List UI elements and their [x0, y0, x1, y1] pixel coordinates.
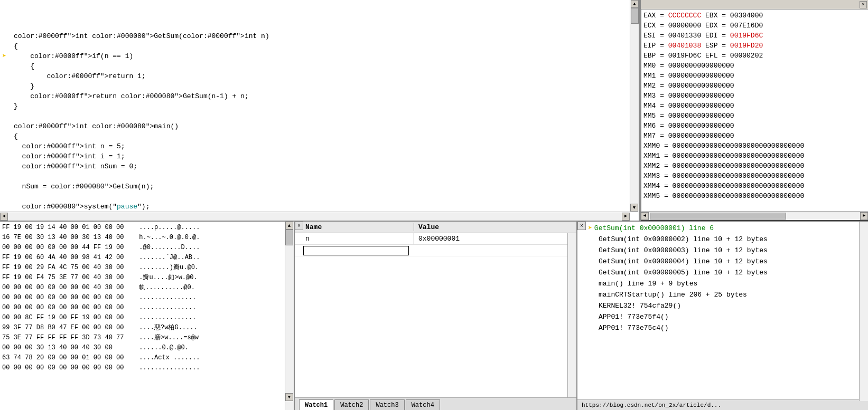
watch-close-btn[interactable]: ×: [295, 222, 303, 230]
callstack-line-text: KERNEL32! 754cfa29(): [588, 300, 681, 311]
registers-panel[interactable]: EAX = CCCCCCCC EBX = 00304000ECX = 00000…: [641, 9, 868, 211]
register-line: XMM4 = 00000000000000000000000000000000: [643, 181, 866, 191]
watch-row-name: n: [303, 233, 414, 244]
code-line-text: {: [14, 41, 18, 51]
callstack-line: GetSum(int 0x00000005) line 10 + 12 byte…: [588, 267, 866, 278]
register-line: MM5 = 0000000000000000: [643, 111, 866, 121]
watch-tab-watch2[interactable]: Watch2: [334, 399, 369, 410]
memory-line: 00 00 00 30 13 40 00 40 30 00 ......0.@.…: [2, 343, 283, 353]
code-line: color:#000080">system("pause");: [2, 202, 628, 212]
watch-header: NameValue: [295, 222, 576, 233]
code-line-text: {: [14, 131, 18, 141]
memory-line: 63 74 78 20 00 00 00 01 00 00 00 ....Act…: [2, 353, 283, 363]
code-panel[interactable]: color:#0000ff">int color:#000080">GetSum…: [0, 0, 640, 221]
code-line-text: color:#0000ff">int color:#000080">GetSum…: [14, 31, 269, 41]
code-scroll-right[interactable]: ►: [622, 213, 630, 221]
code-content: color:#0000ff">int color:#000080">GetSum…: [0, 0, 639, 221]
memory-line: FF 19 00 19 14 40 00 01 00 00 00 ....p..…: [2, 223, 283, 233]
register-line: XMM2 = 00000000000000000000000000000000: [643, 161, 866, 171]
memory-line: 00 00 00 00 00 00 00 00 00 00 00 .......…: [2, 363, 283, 373]
code-line: color:#0000ff">int i = 1;: [2, 151, 628, 161]
code-arrow: ➤: [2, 51, 14, 61]
code-line-text: color:#0000ff">int nSum = 0;: [14, 161, 137, 171]
memory-line: FF 19 00 F4 75 3E 77 00 40 30 00 .瓣u....…: [2, 273, 283, 283]
callstack-close-btn[interactable]: ×: [577, 222, 586, 230]
memory-line: FF 19 00 60 4A 40 00 98 41 42 00 .......…: [2, 253, 283, 263]
memory-line: 00 00 8C FF 19 00 FF 19 00 00 00 .......…: [2, 313, 283, 323]
code-vscroll-thumb[interactable]: [631, 8, 639, 24]
callstack-line: GetSum(int 0x00000003) line 10 + 12 byte…: [588, 245, 866, 256]
code-line: color:#0000ff">return color:#000080">Get…: [2, 91, 628, 101]
code-scroll-left[interactable]: ◄: [0, 213, 8, 221]
callstack-line-text: main() line 19 + 9 bytes: [588, 278, 697, 289]
code-line: color:#0000ff">return 1;: [2, 71, 628, 81]
register-line: MM6 = 0000000000000000: [643, 121, 866, 131]
watch-tabs: Watch1Watch2Watch3Watch4: [295, 397, 576, 410]
code-line: [2, 111, 628, 121]
register-line: XMM3 = 00000000000000000000000000000000: [643, 171, 866, 181]
callstack-line: mainCRTStartup() line 206 + 25 bytes: [588, 289, 866, 300]
code-line: {: [2, 61, 628, 71]
memory-vscroll[interactable]: ▲ ▼: [285, 222, 294, 410]
bottom-section: FF 19 00 19 14 40 00 01 00 00 00 ....p..…: [0, 222, 868, 410]
register-line: MM2 = 0000000000000000: [643, 81, 866, 91]
register-line: EIP = 00401038 ESP = 0019FD20: [643, 41, 866, 51]
code-hscroll[interactable]: ◄ ►: [0, 212, 630, 221]
code-line-text: color:#000080">system("pause");: [14, 202, 150, 212]
code-line-text: color:#0000ff">int n = 5;: [14, 141, 125, 151]
watch-header-name: Name: [303, 223, 414, 231]
callstack-line: main() line 19 + 9 bytes: [588, 278, 866, 289]
code-vscroll[interactable]: ▲ ▼: [630, 0, 639, 212]
code-line: color:#0000ff">int n = 5;: [2, 141, 628, 151]
callstack-line-text: APP01! 773e75c4(): [588, 322, 669, 333]
reg-scroll-left[interactable]: ◄: [641, 212, 649, 220]
watch-name-input[interactable]: [303, 246, 409, 255]
main-layout: color:#0000ff">int color:#000080">GetSum…: [0, 0, 868, 410]
callstack-line: ➤GetSum(int 0x00000001) line 6: [588, 223, 866, 234]
code-scroll-up[interactable]: ▲: [631, 0, 639, 8]
watch-tab-watch3[interactable]: Watch3: [370, 399, 404, 410]
register-line: MM0 = 0000000000000000: [643, 61, 866, 71]
code-line-text: color:#0000ff">return color:#000080">Get…: [14, 91, 249, 101]
code-line: ➤ color:#0000ff">if(n == 1): [2, 51, 628, 61]
watch-row[interactable]: n0x00000001: [295, 233, 576, 245]
mem-vscroll-thumb[interactable]: [285, 230, 293, 245]
register-line: XMM5 = 00000000000000000000000000000000: [643, 191, 866, 201]
code-line: nSum = color:#000080">GetSum(n);: [2, 182, 628, 192]
register-line: MM7 = 0000000000000000: [643, 131, 866, 141]
code-line-text: {: [14, 61, 34, 71]
code-panel-wrapper: color:#0000ff">int color:#000080">GetSum…: [0, 0, 641, 221]
code-line: {: [2, 131, 628, 141]
registers-hscroll[interactable]: ◄ ►: [641, 211, 868, 220]
status-bar: https://blog.csdn.net/on_2x/article/d...: [577, 399, 868, 410]
mem-scroll-down[interactable]: ▼: [285, 393, 293, 401]
memory-line: FF 19 00 29 FA 4C 75 00 40 30 00 .......…: [2, 263, 283, 273]
code-line-text: color:#0000ff">int i = 1;: [14, 151, 125, 161]
watch-table: NameValuen0x00000001Watch1Watch2Watch3Wa…: [295, 222, 576, 410]
callstack-arrow: ➤: [588, 223, 592, 234]
register-line: ESI = 00401330 EDI = 0019FD6C: [643, 31, 866, 41]
memory-content[interactable]: FF 19 00 19 14 40 00 01 00 00 00 ....p..…: [0, 222, 285, 410]
watch-tab-watch4[interactable]: Watch4: [406, 399, 440, 410]
reg-hscroll-thumb[interactable]: [650, 213, 786, 220]
callstack-line: APP01! 773e75f4(): [588, 311, 866, 322]
registers-titlebar: ×: [641, 0, 868, 9]
watch-row-value: 0x00000001: [414, 235, 576, 243]
callstack-vscroll[interactable]: [859, 222, 868, 401]
watch-tab-watch1[interactable]: Watch1: [299, 399, 333, 410]
reg-scroll-right[interactable]: ►: [860, 212, 868, 220]
memory-line: 75 3E 77 FF FF FF FF 3D 73 40 77 ....膳>w…: [2, 333, 283, 343]
memory-line: 99 3F 77 D8 B0 47 EF 00 00 00 00 ....惡?w…: [2, 323, 283, 333]
registers-close-btn[interactable]: ×: [860, 1, 867, 8]
code-line: color:#0000ff">int nSum = 0;: [2, 161, 628, 171]
code-scroll-down[interactable]: ▼: [630, 204, 638, 212]
code-line: [2, 171, 628, 182]
callstack-line-text: GetSum(int 0x00000001) line 6: [594, 223, 714, 234]
code-line: {: [2, 41, 628, 51]
code-line: color:#0000ff">int color:#000080">GetSum…: [2, 31, 628, 41]
watch-vscroll[interactable]: [567, 233, 576, 397]
callstack-line-text: APP01! 773e75f4(): [588, 311, 669, 322]
mem-scroll-up[interactable]: ▲: [285, 222, 293, 230]
register-line: EBP = 0019FD6C EFL = 00000202: [643, 51, 866, 61]
callstack-line: GetSum(int 0x00000002) line 10 + 12 byte…: [588, 234, 866, 245]
